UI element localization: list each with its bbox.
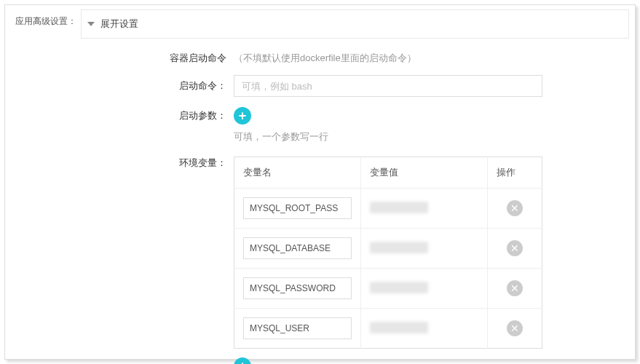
env-value-masked xyxy=(370,282,428,293)
table-row: ✕ xyxy=(234,309,542,349)
env-table: 变量名 变量值 操作 ✕✕✕✕ xyxy=(234,157,542,349)
env-value-masked xyxy=(370,322,428,333)
plus-icon: + xyxy=(239,360,247,364)
close-icon: ✕ xyxy=(510,243,519,253)
settings-panel: 应用高级设置： 展开设置 容器启动命令 （不填默认使用dockerfile里面的… xyxy=(4,4,636,360)
expand-title: 展开设置 xyxy=(100,17,138,31)
add-arg-button[interactable]: + xyxy=(234,107,251,124)
table-row: ✕ xyxy=(234,269,542,309)
env-col-value: 变量值 xyxy=(361,157,488,189)
table-row: ✕ xyxy=(234,189,542,229)
env-col-op: 操作 xyxy=(488,157,542,189)
table-row: ✕ xyxy=(234,229,542,269)
expand-toggle[interactable]: 展开设置 xyxy=(82,10,628,38)
expand-container: 展开设置 xyxy=(81,9,629,39)
chevron-down-icon xyxy=(87,22,95,26)
env-name-input[interactable] xyxy=(243,197,352,219)
container-cmd-title: 容器启动命令 xyxy=(167,52,226,65)
env-name-input[interactable] xyxy=(243,237,352,259)
plus-icon: + xyxy=(239,109,247,122)
delete-env-button[interactable]: ✕ xyxy=(507,320,523,336)
delete-env-button[interactable]: ✕ xyxy=(507,240,523,256)
env-label: 环境变量： xyxy=(167,157,226,170)
env-name-input[interactable] xyxy=(243,317,352,339)
env-name-input[interactable] xyxy=(243,277,352,299)
startup-args-hint: 可填，一个参数写一行 xyxy=(234,130,635,143)
section-label: 应用高级设置： xyxy=(5,5,76,39)
close-icon: ✕ xyxy=(510,323,519,333)
startup-cmd-label: 启动命令： xyxy=(167,79,226,92)
delete-env-button[interactable]: ✕ xyxy=(507,280,523,296)
startup-args-label: 启动参数： xyxy=(167,109,226,122)
container-cmd-hint: （不填默认使用dockerfile里面的启动命令） xyxy=(234,52,416,65)
env-value-masked xyxy=(370,242,428,253)
close-icon: ✕ xyxy=(510,203,519,213)
startup-cmd-input[interactable] xyxy=(234,75,542,97)
close-icon: ✕ xyxy=(510,283,519,293)
env-col-name: 变量名 xyxy=(234,157,361,189)
env-value-masked xyxy=(370,202,428,213)
delete-env-button[interactable]: ✕ xyxy=(507,200,523,216)
add-env-button[interactable]: + xyxy=(234,357,251,364)
